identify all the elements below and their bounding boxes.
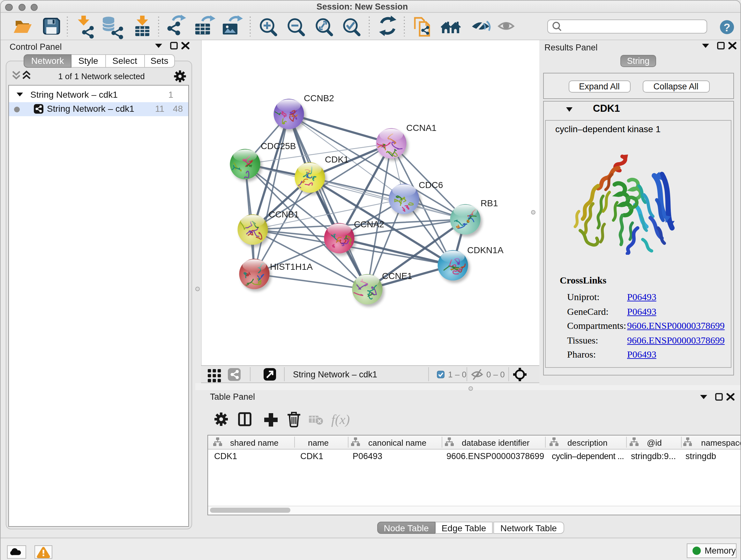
svg-text:f(x): f(x) xyxy=(331,412,350,427)
svg-text:1 – 0: 1 – 0 xyxy=(448,370,467,379)
svg-text:String Network – cdk1: String Network – cdk1 xyxy=(293,370,377,379)
svg-text:CCNB1: CCNB1 xyxy=(269,209,299,219)
svg-text:?: ? xyxy=(724,21,730,34)
svg-text:CCNE1: CCNE1 xyxy=(382,271,412,281)
svg-text:HIST1H1A: HIST1H1A xyxy=(270,261,313,271)
svg-text:CDC25B: CDC25B xyxy=(261,141,296,151)
svg-text:CDK1: CDK1 xyxy=(325,154,349,164)
svg-text:CCNB2: CCNB2 xyxy=(304,93,334,103)
svg-text:CDC6: CDC6 xyxy=(419,180,443,190)
svg-text:CDKN1A: CDKN1A xyxy=(467,245,503,255)
svg-text:0 – 0: 0 – 0 xyxy=(486,370,505,379)
svg-text:RB1: RB1 xyxy=(481,198,498,208)
svg-text:CCNA2: CCNA2 xyxy=(354,219,384,229)
svg-text:CCNA1: CCNA1 xyxy=(406,123,436,132)
